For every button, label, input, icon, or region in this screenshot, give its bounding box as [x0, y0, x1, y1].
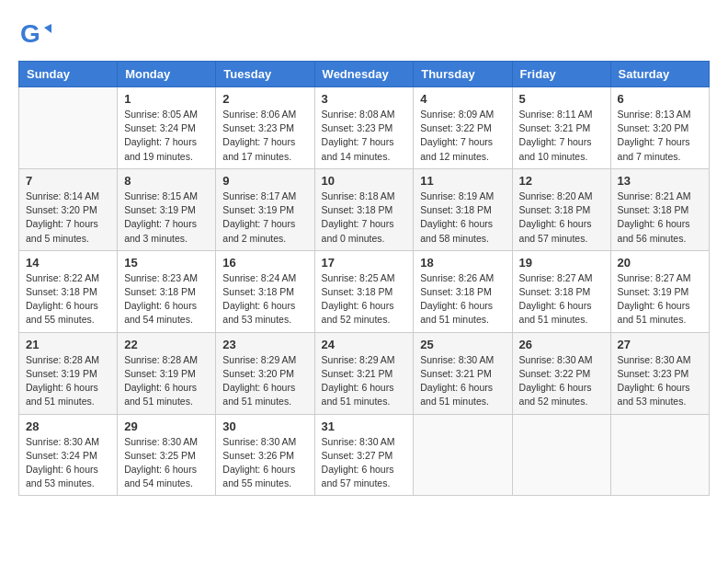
day-number: 20 — [618, 256, 702, 270]
day-info: Sunrise: 8:20 AM Sunset: 3:18 PM Dayligh… — [519, 190, 604, 246]
calendar-day-cell: 2Sunrise: 8:06 AM Sunset: 3:23 PM Daylig… — [216, 87, 314, 169]
calendar-week-row: 28Sunrise: 8:30 AM Sunset: 3:24 PM Dayli… — [19, 414, 710, 496]
day-number: 27 — [618, 338, 702, 351]
day-number: 10 — [322, 174, 407, 188]
calendar-day-cell — [610, 414, 709, 496]
weekday-label: Thursday — [414, 62, 512, 87]
weekday-label: Sunday — [19, 62, 118, 87]
calendar-day-cell: 28Sunrise: 8:30 AM Sunset: 3:24 PM Dayli… — [19, 414, 118, 496]
day-info: Sunrise: 8:21 AM Sunset: 3:18 PM Dayligh… — [618, 190, 702, 246]
day-number: 2 — [222, 92, 307, 106]
calendar-day-cell: 15Sunrise: 8:23 AM Sunset: 3:18 PM Dayli… — [118, 250, 216, 332]
day-info: Sunrise: 8:05 AM Sunset: 3:24 PM Dayligh… — [124, 108, 209, 164]
calendar-day-cell — [414, 414, 512, 496]
day-number: 21 — [26, 338, 110, 351]
calendar-day-cell — [19, 87, 118, 169]
day-number: 15 — [124, 256, 209, 270]
day-number: 17 — [322, 256, 407, 270]
calendar-day-cell: 12Sunrise: 8:20 AM Sunset: 3:18 PM Dayli… — [512, 168, 610, 250]
calendar-day-cell: 31Sunrise: 8:30 AM Sunset: 3:27 PM Dayli… — [314, 414, 414, 496]
day-number: 26 — [519, 338, 604, 351]
day-info: Sunrise: 8:17 AM Sunset: 3:19 PM Dayligh… — [222, 190, 307, 246]
calendar-day-cell: 19Sunrise: 8:27 AM Sunset: 3:18 PM Dayli… — [512, 250, 610, 332]
weekday-label: Tuesday — [216, 62, 314, 87]
calendar-day-cell: 30Sunrise: 8:30 AM Sunset: 3:26 PM Dayli… — [216, 414, 314, 496]
day-info: Sunrise: 8:15 AM Sunset: 3:19 PM Dayligh… — [124, 190, 209, 246]
calendar-day-cell: 8Sunrise: 8:15 AM Sunset: 3:19 PM Daylig… — [118, 168, 216, 250]
calendar-day-cell: 29Sunrise: 8:30 AM Sunset: 3:25 PM Dayli… — [118, 414, 216, 496]
day-info: Sunrise: 8:30 AM Sunset: 3:25 PM Dayligh… — [124, 435, 209, 491]
calendar-day-cell — [512, 414, 610, 496]
day-info: Sunrise: 8:29 AM Sunset: 3:20 PM Dayligh… — [222, 353, 307, 409]
day-info: Sunrise: 8:30 AM Sunset: 3:21 PM Dayligh… — [420, 353, 505, 409]
day-number: 13 — [618, 174, 702, 188]
weekday-header-row: SundayMondayTuesdayWednesdayThursdayFrid… — [19, 62, 710, 87]
day-info: Sunrise: 8:28 AM Sunset: 3:19 PM Dayligh… — [124, 353, 209, 409]
calendar-day-cell: 5Sunrise: 8:11 AM Sunset: 3:21 PM Daylig… — [512, 87, 610, 169]
calendar-day-cell: 22Sunrise: 8:28 AM Sunset: 3:19 PM Dayli… — [118, 332, 216, 414]
day-number: 4 — [420, 92, 505, 106]
day-number: 16 — [222, 256, 307, 270]
day-number: 23 — [222, 338, 307, 351]
calendar-day-cell: 6Sunrise: 8:13 AM Sunset: 3:20 PM Daylig… — [610, 87, 709, 169]
day-number: 5 — [519, 92, 604, 106]
day-number: 24 — [322, 338, 407, 351]
calendar-day-cell: 23Sunrise: 8:29 AM Sunset: 3:20 PM Dayli… — [216, 332, 314, 414]
day-info: Sunrise: 8:27 AM Sunset: 3:19 PM Dayligh… — [618, 271, 702, 327]
day-info: Sunrise: 8:23 AM Sunset: 3:18 PM Dayligh… — [124, 271, 209, 327]
calendar-week-row: 21Sunrise: 8:28 AM Sunset: 3:19 PM Dayli… — [19, 332, 710, 414]
day-number: 11 — [420, 174, 505, 188]
calendar-day-cell: 13Sunrise: 8:21 AM Sunset: 3:18 PM Dayli… — [610, 168, 709, 250]
day-number: 25 — [420, 338, 505, 351]
day-info: Sunrise: 8:29 AM Sunset: 3:21 PM Dayligh… — [322, 353, 407, 409]
day-info: Sunrise: 8:19 AM Sunset: 3:18 PM Dayligh… — [420, 190, 505, 246]
weekday-label: Wednesday — [314, 62, 414, 87]
weekday-label: Friday — [512, 62, 610, 87]
calendar-day-cell: 3Sunrise: 8:08 AM Sunset: 3:23 PM Daylig… — [314, 87, 414, 169]
day-info: Sunrise: 8:06 AM Sunset: 3:23 PM Dayligh… — [222, 108, 307, 164]
logo-icon: G — [18, 18, 51, 52]
calendar-week-row: 1Sunrise: 8:05 AM Sunset: 3:24 PM Daylig… — [19, 87, 710, 169]
day-info: Sunrise: 8:28 AM Sunset: 3:19 PM Dayligh… — [26, 353, 110, 409]
day-info: Sunrise: 8:09 AM Sunset: 3:22 PM Dayligh… — [420, 108, 505, 164]
day-number: 14 — [26, 256, 110, 270]
day-info: Sunrise: 8:25 AM Sunset: 3:18 PM Dayligh… — [322, 271, 407, 327]
calendar-day-cell: 27Sunrise: 8:30 AM Sunset: 3:23 PM Dayli… — [610, 332, 709, 414]
calendar-week-row: 7Sunrise: 8:14 AM Sunset: 3:20 PM Daylig… — [19, 168, 710, 250]
weekday-label: Monday — [118, 62, 216, 87]
day-info: Sunrise: 8:30 AM Sunset: 3:24 PM Dayligh… — [26, 435, 110, 491]
calendar-week-row: 14Sunrise: 8:22 AM Sunset: 3:18 PM Dayli… — [19, 250, 710, 332]
day-number: 8 — [124, 174, 209, 188]
day-number: 3 — [322, 92, 407, 106]
day-info: Sunrise: 8:30 AM Sunset: 3:22 PM Dayligh… — [519, 353, 604, 409]
day-info: Sunrise: 8:26 AM Sunset: 3:18 PM Dayligh… — [420, 271, 505, 327]
calendar-day-cell: 25Sunrise: 8:30 AM Sunset: 3:21 PM Dayli… — [414, 332, 512, 414]
day-number: 1 — [124, 92, 209, 106]
calendar-body: 1Sunrise: 8:05 AM Sunset: 3:24 PM Daylig… — [19, 87, 710, 496]
weekday-label: Saturday — [610, 62, 709, 87]
day-number: 18 — [420, 256, 505, 270]
calendar-day-cell: 16Sunrise: 8:24 AM Sunset: 3:18 PM Dayli… — [216, 250, 314, 332]
day-number: 12 — [519, 174, 604, 188]
day-number: 31 — [322, 419, 407, 433]
day-info: Sunrise: 8:18 AM Sunset: 3:18 PM Dayligh… — [322, 190, 407, 246]
calendar-day-cell: 14Sunrise: 8:22 AM Sunset: 3:18 PM Dayli… — [19, 250, 118, 332]
day-info: Sunrise: 8:30 AM Sunset: 3:27 PM Dayligh… — [322, 435, 407, 491]
day-number: 30 — [222, 419, 307, 433]
calendar-day-cell: 9Sunrise: 8:17 AM Sunset: 3:19 PM Daylig… — [216, 168, 314, 250]
calendar-day-cell: 1Sunrise: 8:05 AM Sunset: 3:24 PM Daylig… — [118, 87, 216, 169]
day-number: 6 — [618, 92, 702, 106]
calendar-day-cell: 21Sunrise: 8:28 AM Sunset: 3:19 PM Dayli… — [19, 332, 118, 414]
day-number: 7 — [26, 174, 110, 188]
calendar-day-cell: 7Sunrise: 8:14 AM Sunset: 3:20 PM Daylig… — [19, 168, 118, 250]
svg-marker-1 — [44, 24, 51, 33]
svg-text:G: G — [20, 19, 40, 48]
day-info: Sunrise: 8:27 AM Sunset: 3:18 PM Dayligh… — [519, 271, 604, 327]
day-number: 19 — [519, 256, 604, 270]
calendar-day-cell: 11Sunrise: 8:19 AM Sunset: 3:18 PM Dayli… — [414, 168, 512, 250]
day-number: 9 — [222, 174, 307, 188]
day-info: Sunrise: 8:14 AM Sunset: 3:20 PM Dayligh… — [26, 190, 110, 246]
calendar-day-cell: 26Sunrise: 8:30 AM Sunset: 3:22 PM Dayli… — [512, 332, 610, 414]
day-info: Sunrise: 8:24 AM Sunset: 3:18 PM Dayligh… — [222, 271, 307, 327]
calendar-day-cell: 20Sunrise: 8:27 AM Sunset: 3:19 PM Dayli… — [610, 250, 709, 332]
